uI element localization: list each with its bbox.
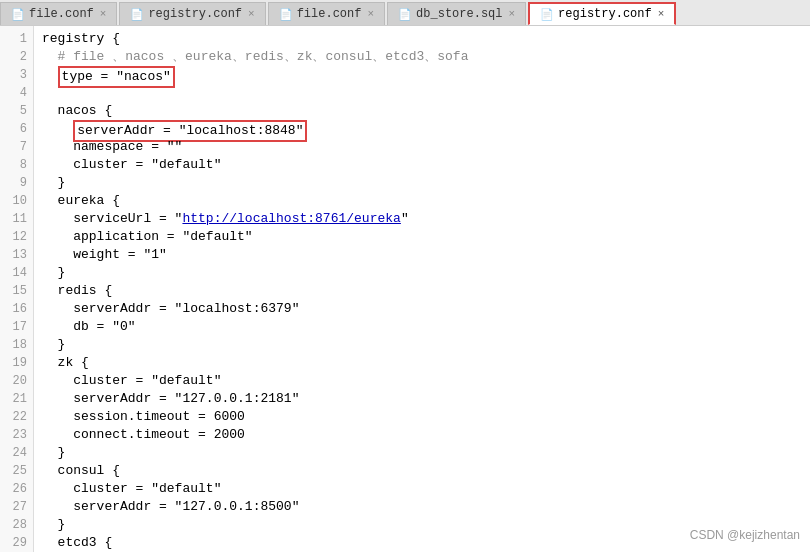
code-line-23: connect.timeout = 2000 bbox=[42, 426, 810, 444]
code-line-9: } bbox=[42, 174, 810, 192]
tab-registry-conf-2[interactable]: 📄 registry.conf × bbox=[528, 2, 676, 25]
code-line-27: serverAddr = "127.0.0.1:8500" bbox=[42, 498, 810, 516]
tab-close-4[interactable]: × bbox=[503, 8, 516, 20]
tab-close-5[interactable]: × bbox=[652, 8, 665, 20]
code-line-25: consul { bbox=[42, 462, 810, 480]
tab-label-1: file.conf bbox=[29, 7, 94, 21]
tab-db-store-sql[interactable]: 📄 db_store.sql × bbox=[387, 2, 526, 25]
tab-file-conf-1[interactable]: 📄 file.conf × bbox=[0, 2, 117, 25]
code-line-7: namespace = "" bbox=[42, 138, 810, 156]
line-numbers: 1234567891011121314151617181920212223242… bbox=[0, 26, 34, 552]
file-icon-3: 📄 bbox=[279, 8, 293, 21]
code-line-5: nacos { bbox=[42, 102, 810, 120]
file-icon-1: 📄 bbox=[11, 8, 25, 21]
code-line-1: registry { bbox=[42, 30, 810, 48]
code-line-3: type = "nacos" bbox=[42, 66, 810, 84]
tab-label-5: registry.conf bbox=[558, 7, 652, 21]
code-line-20: cluster = "default" bbox=[42, 372, 810, 390]
tab-label-3: file.conf bbox=[297, 7, 362, 21]
tab-close-1[interactable]: × bbox=[94, 8, 107, 20]
code-line-4 bbox=[42, 84, 810, 102]
code-line-10: eureka { bbox=[42, 192, 810, 210]
code-line-12: application = "default" bbox=[42, 228, 810, 246]
code-line-16: serverAddr = "localhost:6379" bbox=[42, 300, 810, 318]
code-line-2: # file 、nacos 、eureka、redis、zk、consul、et… bbox=[42, 48, 810, 66]
code-line-26: cluster = "default" bbox=[42, 480, 810, 498]
tab-file-conf-2[interactable]: 📄 file.conf × bbox=[268, 2, 385, 25]
watermark: CSDN @kejizhentan bbox=[690, 528, 800, 542]
code-line-22: session.timeout = 6000 bbox=[42, 408, 810, 426]
code-line-13: weight = "1" bbox=[42, 246, 810, 264]
tab-close-2[interactable]: × bbox=[242, 8, 255, 20]
code-line-18: } bbox=[42, 336, 810, 354]
file-icon-5: 📄 bbox=[540, 8, 554, 21]
file-icon-2: 📄 bbox=[130, 8, 144, 21]
code-line-19: zk { bbox=[42, 354, 810, 372]
code-line-17: db = "0" bbox=[42, 318, 810, 336]
code-line-21: serverAddr = "127.0.0.1:2181" bbox=[42, 390, 810, 408]
tab-bar: 📄 file.conf × 📄 registry.conf × 📄 file.c… bbox=[0, 0, 810, 26]
tab-label-2: registry.conf bbox=[148, 7, 242, 21]
file-icon-4: 📄 bbox=[398, 8, 412, 21]
tab-label-4: db_store.sql bbox=[416, 7, 502, 21]
editor: 1234567891011121314151617181920212223242… bbox=[0, 26, 810, 552]
code-line-14: } bbox=[42, 264, 810, 282]
code-content[interactable]: registry { # file 、nacos 、eureka、redis、z… bbox=[34, 26, 810, 552]
code-line-24: } bbox=[42, 444, 810, 462]
code-line-6: serverAddr = "localhost:8848" bbox=[42, 120, 810, 138]
tab-close-3[interactable]: × bbox=[361, 8, 374, 20]
code-line-15: redis { bbox=[42, 282, 810, 300]
tab-registry-conf-1[interactable]: 📄 registry.conf × bbox=[119, 2, 265, 25]
code-line-8: cluster = "default" bbox=[42, 156, 810, 174]
eureka-url-link[interactable]: http://localhost:8761/eureka bbox=[182, 211, 400, 226]
code-line-11: serviceUrl = "http://localhost:8761/eure… bbox=[42, 210, 810, 228]
